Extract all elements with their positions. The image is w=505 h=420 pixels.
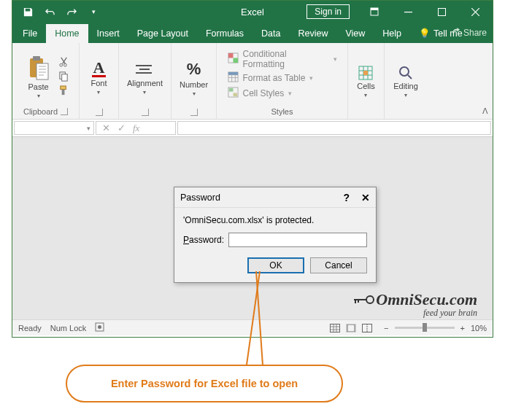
- dialog-help-icon[interactable]: ?: [343, 192, 350, 203]
- svg-rect-2: [404, 12, 412, 12]
- number-label: Number: [180, 80, 208, 89]
- tab-insert[interactable]: Insert: [88, 24, 128, 43]
- font-label: Font: [90, 79, 107, 88]
- chevron-down-icon: ▾: [404, 92, 407, 98]
- group-number: %Number▾: [171, 43, 217, 119]
- app-title: Excel: [241, 7, 264, 18]
- zoom-in-icon[interactable]: +: [460, 324, 465, 332]
- font-color-icon: A: [92, 61, 107, 77]
- ribbon-tabs: File Home Insert Page Layout Formulas Da…: [12, 23, 493, 43]
- editing-label: Editing: [393, 82, 418, 90]
- ribbon-display-options-icon[interactable]: [360, 1, 389, 22]
- tab-review[interactable]: Review: [289, 24, 336, 43]
- alignment-button[interactable]: Alignment▾: [121, 58, 169, 96]
- minimize-icon[interactable]: [393, 1, 423, 22]
- conditional-formatting-button[interactable]: Conditional Formatting▾: [228, 49, 337, 69]
- svg-rect-22: [363, 71, 368, 75]
- quick-access-toolbar: ▾: [18, 2, 103, 21]
- status-numlock: Num Lock: [50, 324, 87, 332]
- editing-button[interactable]: Editing▾: [388, 63, 424, 98]
- svg-rect-5: [33, 56, 40, 61]
- undo-icon[interactable]: [40, 2, 59, 21]
- page-layout-view-icon[interactable]: [343, 322, 359, 335]
- tab-help[interactable]: Help: [374, 24, 410, 43]
- cancel-button[interactable]: Cancel: [310, 257, 367, 273]
- format-as-table-button[interactable]: Format as Table▾: [228, 71, 337, 85]
- normal-view-icon[interactable]: [327, 322, 343, 335]
- tab-page-layout[interactable]: Page Layout: [128, 24, 197, 43]
- find-icon: [398, 66, 413, 80]
- password-label: Password:: [183, 235, 224, 245]
- enter-formula-icon[interactable]: ✓: [117, 122, 126, 133]
- password-dialog: Password ? ✕ 'OmniSecu.com.xlsx' is prot…: [174, 187, 377, 283]
- titlebar: ▾ Excel Sign in: [12, 1, 493, 23]
- tab-view[interactable]: View: [336, 24, 374, 43]
- svg-rect-1: [371, 8, 378, 10]
- group-clipboard: Paste ▾ Clipboard: [12, 43, 80, 119]
- macro-record-icon[interactable]: [95, 322, 104, 333]
- page-break-view-icon[interactable]: [359, 322, 375, 335]
- number-button[interactable]: %Number▾: [174, 57, 214, 97]
- ribbon: Paste ▾ Clipboard AFont▾ Alignment▾ %Num: [12, 43, 493, 120]
- cell-styles-icon: [228, 87, 239, 100]
- tab-home[interactable]: Home: [46, 24, 88, 43]
- chevron-down-icon: ▾: [87, 125, 90, 132]
- name-box[interactable]: ▾: [14, 121, 94, 135]
- group-styles: Conditional Formatting▾ Format as Table▾…: [217, 43, 348, 119]
- close-icon[interactable]: [460, 1, 490, 22]
- svg-rect-11: [61, 85, 66, 89]
- svg-point-7: [60, 63, 63, 66]
- clipboard-launcher-icon[interactable]: [61, 108, 68, 115]
- zoom-out-icon[interactable]: −: [384, 324, 388, 332]
- svg-rect-26: [331, 324, 340, 332]
- cut-icon[interactable]: [58, 55, 70, 67]
- group-editing: Editing▾: [385, 43, 427, 119]
- zoom-level[interactable]: 10%: [471, 324, 487, 332]
- zoom-slider[interactable]: [395, 327, 455, 329]
- number-launcher-icon[interactable]: [190, 109, 198, 116]
- chevron-down-icon: ▾: [193, 90, 196, 97]
- password-input[interactable]: [228, 233, 367, 247]
- dialog-titlebar: Password ? ✕: [174, 187, 376, 208]
- svg-rect-10: [62, 74, 68, 80]
- share-label: Share: [463, 28, 487, 38]
- annotation-callout: Enter Password for Excel file to open: [66, 365, 343, 402]
- svg-rect-19: [228, 88, 233, 92]
- view-buttons: [327, 322, 375, 335]
- qat-customize-icon[interactable]: ▾: [84, 2, 103, 21]
- tab-data[interactable]: Data: [252, 24, 289, 43]
- maximize-icon[interactable]: [427, 1, 456, 22]
- zoom-controls: − + 10%: [384, 324, 487, 332]
- status-ready: Ready: [18, 324, 42, 332]
- font-launcher-icon[interactable]: [96, 109, 103, 116]
- tab-file[interactable]: File: [14, 24, 46, 43]
- sign-in-button[interactable]: Sign in: [307, 4, 350, 19]
- table-icon: [228, 71, 239, 85]
- omnisecu-logo: OmniSecu.com feed your brain: [352, 290, 477, 319]
- chevron-down-icon: ▾: [364, 92, 367, 98]
- cancel-formula-icon[interactable]: ✕: [102, 122, 110, 133]
- format-painter-icon[interactable]: [58, 85, 70, 96]
- font-button[interactable]: AFont▾: [85, 58, 112, 96]
- percent-icon: %: [187, 60, 201, 79]
- group-cells: Cells▾: [348, 43, 385, 119]
- paste-button[interactable]: Paste ▾: [22, 53, 55, 99]
- fx-icon[interactable]: fx: [133, 122, 139, 134]
- dialog-close-icon[interactable]: ✕: [361, 192, 370, 203]
- cell-styles-button[interactable]: Cell Styles▾: [228, 87, 337, 100]
- formula-input[interactable]: [177, 121, 491, 135]
- cells-button[interactable]: Cells▾: [351, 63, 380, 98]
- chevron-down-icon: ▾: [97, 89, 100, 96]
- svg-rect-20: [233, 93, 237, 96]
- alignment-launcher-icon[interactable]: [142, 109, 149, 116]
- collapse-ribbon-icon[interactable]: ᐱ: [482, 106, 488, 116]
- tab-formulas[interactable]: Formulas: [197, 24, 252, 43]
- logo-o: O: [376, 290, 388, 309]
- save-icon[interactable]: [18, 2, 37, 21]
- share-button[interactable]: Share: [451, 23, 487, 43]
- svg-point-8: [64, 63, 67, 66]
- redo-icon[interactable]: [62, 2, 81, 21]
- copy-icon[interactable]: [58, 70, 70, 82]
- cells-label: Cells: [357, 82, 374, 90]
- svg-rect-27: [347, 324, 355, 332]
